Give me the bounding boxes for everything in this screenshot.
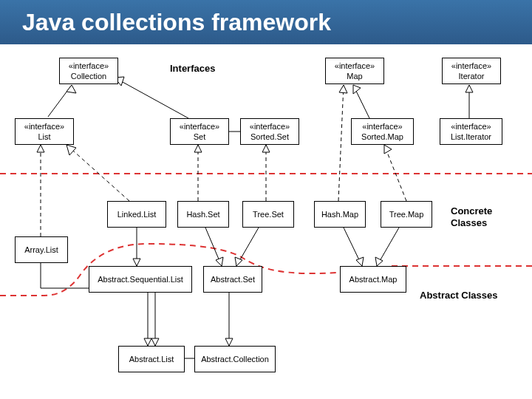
node-iterator: «interface» Iterator	[442, 58, 501, 84]
node-treemap: Tree.Map	[381, 201, 432, 228]
node-label: Tree.Map	[383, 209, 430, 219]
svg-line-23	[205, 228, 222, 266]
node-absmap: Abstract.Map	[340, 266, 406, 293]
node-label: Set	[172, 132, 227, 142]
node-label: Iterator	[444, 71, 499, 81]
node-label: Linked.List	[109, 209, 164, 219]
node-abslist: Abstract.List	[118, 346, 185, 372]
stereotype: «interface»	[444, 61, 499, 71]
svg-marker-10	[466, 85, 473, 92]
stereotype: «interface»	[442, 121, 500, 132]
svg-marker-34	[384, 145, 392, 154]
node-label: Abstract.Sequential.List	[91, 274, 190, 284]
node-label: Collection	[61, 71, 116, 81]
stereotype: «interface»	[327, 61, 382, 71]
svg-line-1	[48, 85, 72, 117]
svg-marker-30	[339, 85, 347, 93]
svg-marker-22	[194, 145, 202, 152]
node-map: «interface» Map	[325, 58, 384, 84]
stereotype: «interface»	[61, 61, 116, 71]
node-label: Hash.Map	[316, 209, 364, 219]
section-label-interfaces: Interfaces	[170, 63, 215, 74]
svg-line-3	[115, 78, 188, 118]
node-label: Sorted.Map	[353, 132, 412, 142]
node-absset: Abstract.Set	[203, 266, 262, 293]
node-label: Array.List	[17, 245, 66, 255]
node-label: Abstract.Collection	[197, 354, 273, 364]
node-label: Map	[327, 71, 382, 81]
node-label: List.Iterator	[442, 132, 500, 142]
svg-marker-12	[37, 145, 44, 152]
node-label: Hash.Set	[180, 209, 227, 219]
svg-marker-40	[225, 338, 233, 346]
node-hashset: Hash.Set	[177, 201, 229, 228]
node-label: Tree.Set	[245, 209, 292, 219]
svg-marker-38	[151, 338, 159, 346]
stereotype: «interface»	[17, 121, 72, 132]
svg-marker-32	[356, 257, 364, 266]
stereotype: «interface»	[242, 121, 297, 132]
svg-marker-16	[144, 338, 151, 346]
svg-line-33	[384, 145, 406, 201]
node-abscoll: Abstract.Collection	[194, 346, 276, 372]
node-sortedmap: «interface» Sorted.Map	[351, 118, 414, 145]
section-label-abstract: Abstract Classes	[420, 290, 498, 301]
section-label-concrete: Concrete Classes	[451, 205, 492, 228]
svg-line-7	[353, 85, 369, 118]
node-listiterator: «interface» List.Iterator	[440, 118, 502, 145]
svg-marker-28	[235, 257, 242, 266]
svg-marker-26	[262, 145, 270, 152]
svg-marker-18	[66, 145, 76, 155]
title-bar: Java collections framework	[0, 0, 532, 44]
stereotype: «interface»	[353, 121, 412, 132]
node-set: «interface» Set	[170, 118, 229, 145]
svg-marker-20	[133, 259, 140, 266]
node-label: Sorted.Set	[242, 132, 297, 142]
node-label: Abstract.Set	[205, 274, 260, 284]
node-sortedset: «interface» Sorted.Set	[240, 118, 299, 145]
diagram-canvas: «interface» Collection Interfaces «inter…	[0, 44, 532, 399]
node-arraylist: Array.List	[15, 236, 68, 263]
node-treeset: Tree.Set	[242, 201, 294, 228]
node-linkedlist: Linked.List	[107, 201, 166, 228]
node-collection: «interface» Collection	[59, 58, 118, 84]
svg-line-27	[236, 228, 259, 266]
svg-marker-2	[66, 85, 76, 93]
svg-marker-36	[375, 257, 383, 266]
svg-line-29	[338, 85, 344, 201]
svg-line-17	[66, 145, 129, 201]
node-label: Abstract.Map	[342, 274, 404, 284]
page-title: Java collections framework	[22, 9, 331, 36]
svg-line-31	[344, 228, 362, 266]
node-label: List	[17, 132, 72, 142]
node-label: Abstract.List	[120, 354, 183, 364]
node-absseqlist: Abstract.Sequential.List	[89, 266, 192, 293]
svg-line-35	[377, 228, 399, 266]
svg-marker-8	[353, 85, 361, 94]
node-list: «interface» List	[15, 118, 74, 145]
node-hashmap: Hash.Map	[314, 201, 366, 228]
svg-marker-24	[216, 257, 223, 266]
stereotype: «interface»	[172, 121, 227, 132]
